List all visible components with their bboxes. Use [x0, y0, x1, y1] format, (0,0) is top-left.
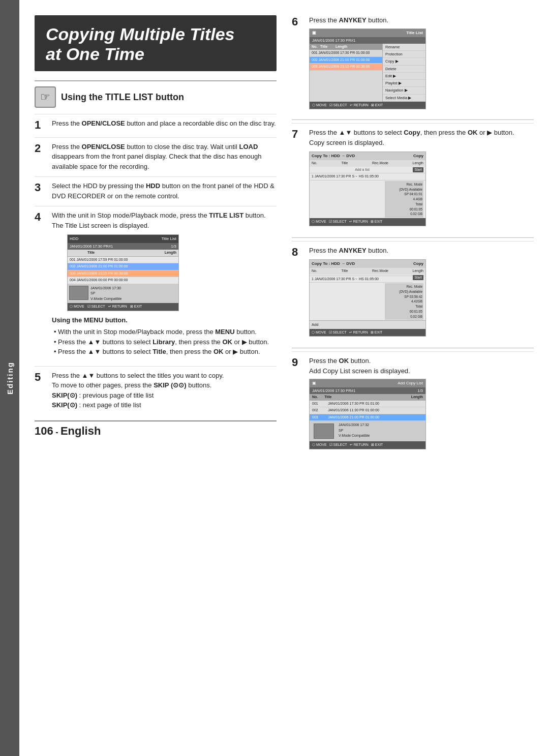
copy-info-left — [312, 181, 385, 218]
tl-hdr-left: ▣ — [312, 30, 316, 36]
step-4: 4 With the unit in Stop mode/Playback mo… — [35, 206, 277, 361]
copy-title: Title — [342, 161, 348, 166]
step-2-bold2: LOAD — [239, 143, 258, 150]
tl-menu-protection: Protection — [383, 51, 425, 58]
copy8-hdr-left: Copy To : HDD → DVD — [312, 261, 355, 267]
copy-info-area: Rec. Mode (DVD) Available SP 04:01:01 4.… — [310, 180, 425, 218]
screen-add-copy-list: ▣ Add Copy List JAN/01/2006 17:30 PR#1 1… — [309, 379, 426, 449]
step-1: 1 Press the OPEN/CLOSE button and place … — [35, 114, 277, 132]
acl-row-3: 003 JAN/01/2006 21:00 PR 01:00:00 — [310, 414, 425, 421]
copy-total: Total — [386, 202, 422, 207]
acl-hdr-icon: ▣ — [312, 380, 316, 386]
screen-thumb-info: JAN/01/2006 17:30 SP V-Mode Compatible — [90, 286, 121, 302]
copy8-info-right: Rec. Mode (DVD) Available SP 03:58:42 4.… — [385, 283, 423, 320]
step-8-content: Press the ANYKEY button. Copy To : HDD →… — [309, 246, 534, 341]
page-title: Copying Multiple Titles at One Time — [46, 24, 265, 64]
step-5-content: Press the ▲▼ buttons to select the title… — [52, 371, 277, 410]
acl-sub: JAN/01/2006 17:30 PR#1 1/3 — [310, 387, 425, 394]
step-6-bold1: ANYKEY — [339, 16, 367, 24]
step-7: 7 Press the ▲▼ buttons to select Copy, t… — [292, 123, 534, 230]
tl-row-2: 002 JAN/01/2006 21:00 PR 01:00:00 — [310, 57, 382, 64]
copy8-add-label: Add — [310, 320, 425, 328]
step-9-sub: Add Copy List screen is displayed. — [309, 367, 410, 375]
tl-screen-header: ▣ Title List — [310, 29, 425, 37]
step-6: 6 Press the ANYKEY button. ▣ Title List … — [292, 15, 534, 112]
tl-menu-edit: Edit ▶ — [383, 73, 425, 80]
step-1-number: 1 — [35, 118, 47, 132]
step-8-bold1: ANYKEY — [339, 247, 367, 254]
copy8-header: Copy To : HDD → DVD Copy — [310, 260, 425, 268]
copy-data-row-1: 1 JAN/01/2006 17:30 PR S→ HS 01:05:00 — [310, 173, 425, 180]
copy-length: Length — [413, 161, 423, 166]
step-9: 9 Press the OK button. Add Copy List scr… — [292, 351, 534, 452]
step-9-bold1: OK — [339, 357, 349, 365]
menu-button-item-3: Press the ▲▼ buttons to select Title, th… — [54, 347, 277, 357]
copy8-footer: ⬡ MOVE ☑ SELECT ↵ RETURN ⊠ EXIT — [310, 329, 425, 337]
screen-row-2: 002 JAN/01/2006 21:00 PR 01:00:00 — [68, 263, 178, 270]
divider-6-7 — [292, 119, 534, 120]
hand-icon: ☞ — [35, 86, 56, 108]
tl-menu-playlist: Playlist ▶ — [383, 80, 425, 87]
copy-hdr-right: Copy — [413, 153, 423, 159]
copy-footer-step7: ⬡ MOVE ☑ SELECT ↵ RETURN ⊠ EXIT — [310, 218, 425, 226]
tl-menu-panel: Rename Protection Copy ▶ Delete Edit ▶ P… — [382, 44, 425, 102]
page-number: 106 - English — [35, 425, 101, 438]
copy8-hdr-right: Copy — [413, 261, 423, 267]
screen-row-3: 003 JAN/01/2006 23:15 PR 00:30:00 — [68, 270, 178, 278]
step-2-number: 2 — [35, 142, 47, 172]
menu-button-item-1: With the unit in Stop mode/Playback mode… — [54, 327, 277, 337]
step-5-number: 5 — [35, 371, 47, 410]
divider-7-8 — [292, 237, 534, 238]
screen-date-label: JAN/01/2006 17:30 PR#1 — [70, 244, 113, 249]
step-9-content: Press the OK button. Add Copy List scree… — [309, 356, 534, 452]
using-menu-button-section: Using the MENU button. With the unit in … — [52, 315, 277, 357]
acl-thumb-area: JAN/01/2006 17:32 SP V-Mode Compatible — [310, 421, 425, 441]
acl-row-2: 002 JAN/01/2006 11:30 PR 01:00:00 — [310, 407, 425, 414]
tl-screen-footer: ⬡ MOVE ☑ SELECT ↵ RETURN ⊠ EXIT — [310, 102, 425, 109]
step-6-number: 6 — [292, 15, 304, 112]
step-7-number: 7 — [292, 128, 304, 230]
step-3-bold1: HDD — [146, 182, 160, 190]
copy8-start-btn: Start — [413, 275, 423, 281]
step-7-sub: Copy screen is displayed. — [309, 139, 384, 146]
screen-hdd-label: HDD — [70, 236, 78, 242]
copy-add-row: Add a list Start — [310, 167, 425, 174]
step-6-content: Press the ANYKEY button. ▣ Title List JA… — [309, 15, 534, 112]
screen-thumb-area: JAN/01/2006 17:30 SP V-Mode Compatible — [68, 284, 178, 304]
acl-sub-date: JAN/01/2006 17:30 PR#1 — [312, 388, 355, 394]
tl-menu-copy: Copy ▶ — [383, 58, 425, 65]
tl-screen-body: No. Title Length 001 JAN/01/2006 17:30 P… — [310, 44, 425, 102]
screen-copy-step8: Copy To : HDD → DVD Copy No. Title Rec.M… — [309, 259, 426, 337]
title-line1: Copying Multiple Titles — [46, 24, 235, 44]
screen-subheader-step4: JAN/01/2006 17:30 PR#1 1/3 — [68, 243, 178, 250]
copy8-sub: No. Title Rec.Mode Length — [310, 268, 425, 275]
step-4-number: 4 — [35, 210, 47, 361]
col-title: Title — [87, 250, 141, 256]
acl-thumb-info: JAN/01/2006 17:32 SP V-Mode Compatible — [339, 422, 370, 440]
copy8-info-left — [312, 283, 385, 320]
copy-screen-header: Copy To : HDD → DVD Copy — [310, 152, 425, 160]
step-3-number: 3 — [35, 181, 47, 201]
step-3: 3 Select the HDD by pressing the HDD but… — [35, 176, 277, 201]
copy-rec-mode: Rec. Mode — [386, 182, 422, 187]
step-4-content: With the unit in Stop mode/Playback mode… — [52, 210, 277, 361]
screen-footer-step4: ⬡ MOVE ☑ SELECT ↵ RETURN ⊠ EXIT — [68, 303, 178, 311]
copy8-info: Rec. Mode (DVD) Available SP 03:58:42 4.… — [310, 283, 425, 320]
screen-row-1: 001 JAN/01/2006 17:59 PR 01:00:00 — [68, 257, 178, 264]
screen-row-4: 004 JAN/01/2006 00:00 PR 00:00:00 — [68, 277, 178, 284]
menu-button-item-2: Press the ▲▼ buttons to select Library, … — [54, 337, 277, 347]
section-title: Using the TITLE LIST button — [61, 92, 184, 103]
step-8-number: 8 — [292, 246, 304, 341]
copy-no: No. — [312, 161, 317, 166]
screen-title-list-label: Title List — [162, 236, 177, 242]
step-2-bold1: OPEN/CLOSE — [82, 143, 125, 150]
step-1-bold1: OPEN/CLOSE — [82, 119, 125, 127]
step-9-number: 9 — [292, 356, 304, 452]
section-heading: ☞ Using the TITLE LIST button — [35, 80, 277, 108]
page-footer: 106 - English — [35, 420, 277, 438]
copy-start-btn: Start — [413, 167, 423, 173]
screen-thumbnail — [69, 286, 88, 300]
copy8-data-row: 1 JAN/01/2006 17:30 PR S→ HS 01:05:00 — [310, 276, 413, 283]
step-2-content: Press the OPEN/CLOSE button to close the… — [52, 142, 277, 172]
step-7-content: Press the ▲▼ buttons to select Copy, the… — [309, 128, 534, 230]
